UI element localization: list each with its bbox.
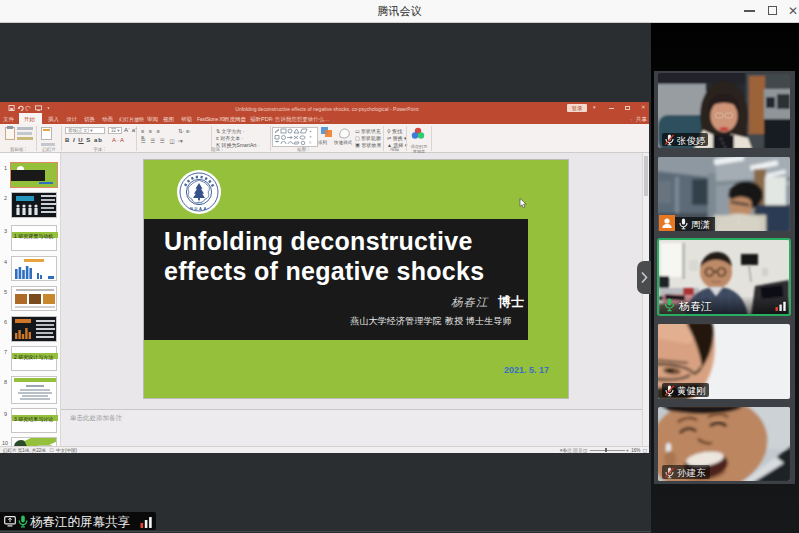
svg-text:1952: 1952: [196, 202, 202, 206]
svg-text:▼: ▼: [309, 135, 312, 139]
svg-text:NUAA: NUAA: [190, 206, 208, 211]
svg-text:▲: ▲: [309, 129, 312, 133]
svg-text:☰: ☰: [309, 141, 312, 145]
